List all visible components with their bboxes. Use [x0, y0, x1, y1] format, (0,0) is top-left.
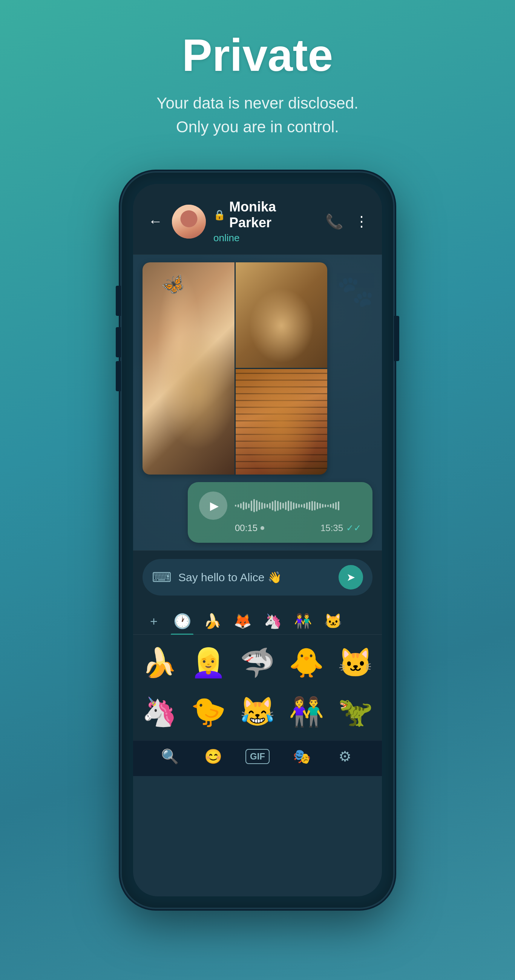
back-button[interactable]: ←	[146, 212, 164, 231]
send-icon: ➤	[346, 571, 355, 584]
sticker-shark[interactable]: 🦈	[235, 640, 280, 686]
photo-grid	[142, 262, 327, 474]
call-icon[interactable]: 📞	[325, 213, 343, 230]
emoji-icon[interactable]: 😊	[202, 748, 225, 765]
voice-content: ▶	[199, 492, 361, 520]
phone-screen: ← 🔒 Monika Parker online 📞 ⋮	[133, 184, 382, 896]
sticker-tabs: + 🕐 🍌 🦊 🦄 👫 🐱	[133, 602, 382, 635]
hero-section: Private Your data is never disclosed. On…	[0, 0, 515, 158]
hero-title: Private	[15, 30, 500, 80]
sticker-grid-row1: 🍌 👱‍♀️ 🦈 🐥 🐱 🦄 🐤 😹 👫 🦖	[133, 635, 382, 740]
voice-time: 15:35 ✓✓	[320, 523, 361, 533]
search-icon[interactable]: 🔍	[159, 748, 181, 765]
sticker-couple2[interactable]: 👫	[284, 689, 329, 735]
sticker-haha[interactable]: 😹	[235, 689, 280, 735]
sticker-unicorn2[interactable]: 🦄	[137, 689, 182, 735]
double-check-icon: ✓✓	[346, 523, 361, 533]
voice-duration: 00:15	[235, 523, 264, 533]
sticker-tab-banana[interactable]: 🍌	[197, 608, 227, 634]
chat-background: 🐾 ▶	[133, 255, 382, 550]
phone-mockup: ← 🔒 Monika Parker online 📞 ⋮	[122, 173, 393, 908]
sticker-tab-couple[interactable]: 👫	[288, 608, 318, 634]
bottom-bar: 🔍 😊 GIF 🎭 ⚙	[133, 740, 382, 776]
send-button[interactable]: ➤	[338, 565, 363, 590]
sticker-tab-cat2[interactable]: 🐱	[318, 608, 348, 634]
message-input[interactable]: Say hello to Alice 👋	[178, 571, 332, 584]
cat-photo[interactable]	[142, 262, 234, 474]
play-button[interactable]: ▶	[199, 492, 227, 520]
phone-frame: ← 🔒 Monika Parker online 📞 ⋮	[122, 173, 393, 908]
sticker-tray-icon[interactable]: 🎭	[290, 748, 313, 765]
subtitle-line1: Your data is never disclosed.	[156, 94, 358, 112]
sticker-marilyn[interactable]: 👱‍♀️	[186, 640, 231, 686]
sticker-banana-beach[interactable]: 🍌	[137, 640, 182, 686]
header-actions: 📞 ⋮	[325, 213, 369, 230]
voice-message-bubble: ▶ 00:15 15:35 ✓✓	[188, 482, 373, 543]
tiger-photo[interactable]	[236, 369, 328, 474]
chat-messages: ▶ 00:15 15:35 ✓✓	[133, 255, 382, 550]
hero-subtitle: Your data is never disclosed. Only you a…	[15, 91, 500, 139]
sticker-cat-roar[interactable]: 🐱	[333, 640, 378, 686]
input-row: ⌨ Say hello to Alice 👋 ➤	[142, 559, 373, 595]
sticker-tab-fox[interactable]: 🦊	[227, 608, 257, 634]
keyboard-icon[interactable]: ⌨	[152, 570, 172, 585]
avatar	[172, 205, 206, 239]
gif-button[interactable]: GIF	[246, 749, 269, 764]
avatar-image	[172, 205, 206, 239]
waveform	[235, 498, 361, 513]
contact-name-row: 🔒 Monika Parker	[214, 199, 318, 231]
chat-header: ← 🔒 Monika Parker online 📞 ⋮	[133, 184, 382, 255]
sticker-duck-hearts[interactable]: 🐥	[284, 640, 329, 686]
dot-indicator	[260, 526, 264, 530]
sticker-dino[interactable]: 🦖	[333, 689, 378, 735]
contact-info: 🔒 Monika Parker online	[214, 199, 318, 244]
sticker-panel: + 🕐 🍌 🦊 🦄 👫 🐱 🍌 👱‍♀️ 🦈 🐥 🐱 🦄 🐤	[133, 602, 382, 776]
input-area: ⌨ Say hello to Alice 👋 ➤	[133, 550, 382, 602]
photo-grid-message	[142, 262, 327, 474]
sticker-duck-cry[interactable]: 🐤	[186, 689, 231, 735]
settings-icon[interactable]: ⚙	[334, 748, 356, 765]
sticker-tab-recent[interactable]: 🕐	[167, 608, 197, 634]
voice-meta: 00:15 15:35 ✓✓	[199, 523, 361, 533]
play-icon: ▶	[210, 499, 218, 512]
sticker-tab-add[interactable]: +	[140, 608, 167, 634]
more-menu-icon[interactable]: ⋮	[354, 213, 369, 230]
sticker-tab-unicorn[interactable]: 🦄	[257, 608, 288, 634]
hamster-photo[interactable]	[236, 262, 328, 368]
subtitle-line2: Only you are in control.	[176, 118, 339, 136]
contact-status: online	[214, 232, 318, 244]
lock-icon: 🔒	[214, 209, 225, 221]
contact-name: Monika Parker	[229, 199, 318, 231]
